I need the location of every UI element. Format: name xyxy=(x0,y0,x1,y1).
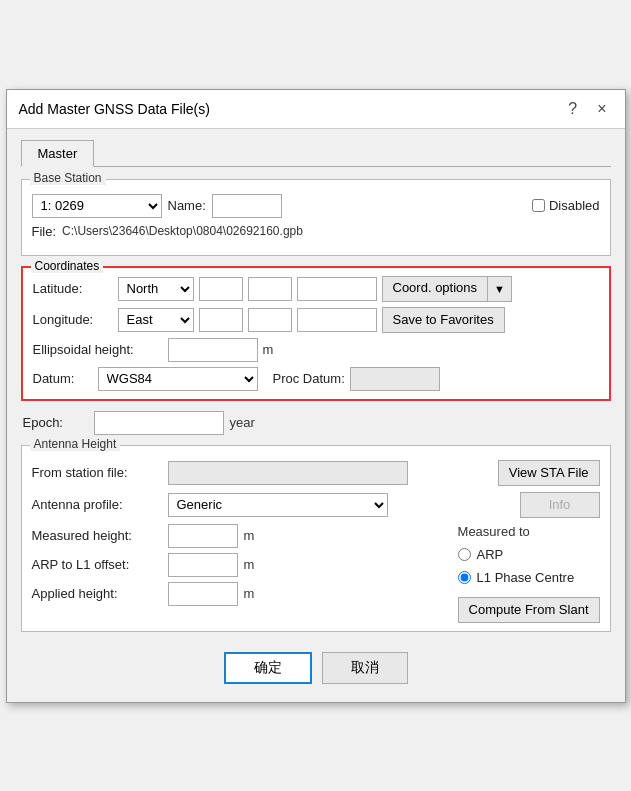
longitude-label: Longitude: xyxy=(33,312,113,327)
cancel-button[interactable]: 取消 xyxy=(322,652,408,684)
lon-sec-input[interactable]: 10.77813 xyxy=(297,308,377,332)
epoch-input[interactable] xyxy=(94,411,224,435)
l1-radio[interactable] xyxy=(458,571,471,584)
lon-deg-input[interactable]: 125 xyxy=(199,308,243,332)
confirm-button[interactable]: 确定 xyxy=(224,652,312,684)
applied-unit: m xyxy=(244,586,255,601)
ellip-height-row: Ellipsoidal height: 245.246 m xyxy=(33,338,599,362)
l1-radio-text: L1 Phase Centre xyxy=(477,570,575,585)
dialog: Add Master GNSS Data File(s) ? × Master … xyxy=(6,89,626,703)
lon-min-input[interactable]: 18 xyxy=(248,308,292,332)
epoch-unit: year xyxy=(230,415,255,430)
from-station-label: From station file: xyxy=(32,465,162,480)
arp-offset-label: ARP to L1 offset: xyxy=(32,557,162,572)
datum-select[interactable]: WGS84 xyxy=(98,367,258,391)
latitude-dir-select[interactable]: North South xyxy=(118,277,194,301)
measured-to-section: Measured to ARP L1 Phase Centre Compute … xyxy=(448,524,600,623)
datum-row: Datum: WGS84 Proc Datum: WGS84 xyxy=(33,367,599,391)
save-favorites-button[interactable]: Save to Favorites xyxy=(382,307,505,333)
ellip-height-label: Ellipsoidal height: xyxy=(33,342,163,357)
latitude-label: Latitude: xyxy=(33,281,113,296)
antenna-profile-row: Antenna profile: Generic Info xyxy=(32,492,600,518)
bottom-buttons: 确定 取消 xyxy=(21,642,611,688)
disabled-checkbox[interactable] xyxy=(532,199,545,212)
compute-slant-button[interactable]: Compute From Slant xyxy=(458,597,600,623)
coord-options-arrow[interactable]: ▼ xyxy=(487,276,512,302)
antenna-profile-label: Antenna profile: xyxy=(32,497,162,512)
proc-datum-input: WGS84 xyxy=(350,367,440,391)
coord-options-main[interactable]: Coord. options xyxy=(382,276,488,302)
measured-to-title: Measured to xyxy=(458,524,600,539)
measured-height-label: Measured height: xyxy=(32,528,162,543)
file-label: File: xyxy=(32,224,57,239)
dialog-title: Add Master GNSS Data File(s) xyxy=(19,101,210,117)
arp-radio-label[interactable]: ARP xyxy=(458,547,600,562)
lat-min-input[interactable]: 52 xyxy=(248,277,292,301)
latitude-row: Latitude: North South 43 52 43.99472 Coo… xyxy=(33,276,599,302)
datum-label: Datum: xyxy=(33,371,93,386)
epoch-row: Epoch: year xyxy=(21,411,611,435)
base-station-row: 1: 0269 Name: 0269 Disabled xyxy=(32,194,600,218)
l1-radio-label[interactable]: L1 Phase Centre xyxy=(458,570,600,585)
antenna-profile-select[interactable]: Generic xyxy=(168,493,388,517)
measured-height-input[interactable]: 1.807 xyxy=(168,524,238,548)
arp-radio-text: ARP xyxy=(477,547,504,562)
file-row: File: C:\Users\23646\Desktop\0804\026921… xyxy=(32,224,600,239)
title-bar: Add Master GNSS Data File(s) ? × xyxy=(7,90,625,129)
dialog-body: Master Base Station 1: 0269 Name: 0269 D… xyxy=(7,129,625,702)
name-input[interactable]: 0269 xyxy=(212,194,282,218)
applied-height-row: Applied height: 1.807 m xyxy=(32,582,255,606)
from-station-row: From station file: HITV200 View STA File xyxy=(32,460,600,486)
disabled-label: Disabled xyxy=(549,198,600,213)
epoch-label: Epoch: xyxy=(23,415,88,430)
proc-datum-label: Proc Datum: xyxy=(273,371,345,386)
name-label: Name: xyxy=(168,198,206,213)
base-station-label: Base Station xyxy=(30,171,106,185)
heights-section: Measured height: 1.807 m ARP to L1 offse… xyxy=(32,524,600,623)
arp-radio[interactable] xyxy=(458,548,471,561)
lat-sec-input[interactable]: 43.99472 xyxy=(297,277,377,301)
arp-unit: m xyxy=(244,557,255,572)
coord-label: Coordinates xyxy=(31,259,104,273)
from-station-input: HITV200 xyxy=(168,461,408,485)
longitude-dir-select[interactable]: East West xyxy=(118,308,194,332)
close-button[interactable]: × xyxy=(591,98,612,120)
heights-column: Measured height: 1.807 m ARP to L1 offse… xyxy=(32,524,255,623)
help-button[interactable]: ? xyxy=(562,98,583,120)
file-path: C:\Users\23646\Desktop\0804\02692160.gpb xyxy=(62,224,303,238)
longitude-row: Longitude: East West 125 18 10.77813 Sav… xyxy=(33,307,599,333)
antenna-height-group: Antenna Height From station file: HITV20… xyxy=(21,445,611,632)
station-select[interactable]: 1: 0269 xyxy=(32,194,162,218)
coord-options-btn[interactable]: Coord. options ▼ xyxy=(382,276,512,302)
lat-deg-input[interactable]: 43 xyxy=(199,277,243,301)
disabled-checkbox-label[interactable]: Disabled xyxy=(532,198,600,213)
ellip-unit: m xyxy=(263,342,274,357)
base-station-group: Base Station 1: 0269 Name: 0269 Disabled… xyxy=(21,179,611,256)
measured-unit: m xyxy=(244,528,255,543)
tab-master[interactable]: Master xyxy=(21,140,95,167)
applied-height-input[interactable]: 1.807 xyxy=(168,582,238,606)
measured-height-row: Measured height: 1.807 m xyxy=(32,524,255,548)
ellip-height-input[interactable]: 245.246 xyxy=(168,338,258,362)
title-bar-actions: ? × xyxy=(562,98,612,120)
antenna-height-label: Antenna Height xyxy=(30,437,121,451)
coordinates-box: Coordinates Latitude: North South 43 52 … xyxy=(21,266,611,401)
view-sta-button[interactable]: View STA File xyxy=(498,460,600,486)
info-button[interactable]: Info xyxy=(520,492,600,518)
arp-offset-row: ARP to L1 offset: 0.000 m xyxy=(32,553,255,577)
applied-height-label: Applied height: xyxy=(32,586,162,601)
arp-offset-input[interactable]: 0.000 xyxy=(168,553,238,577)
tab-bar: Master xyxy=(21,139,611,167)
